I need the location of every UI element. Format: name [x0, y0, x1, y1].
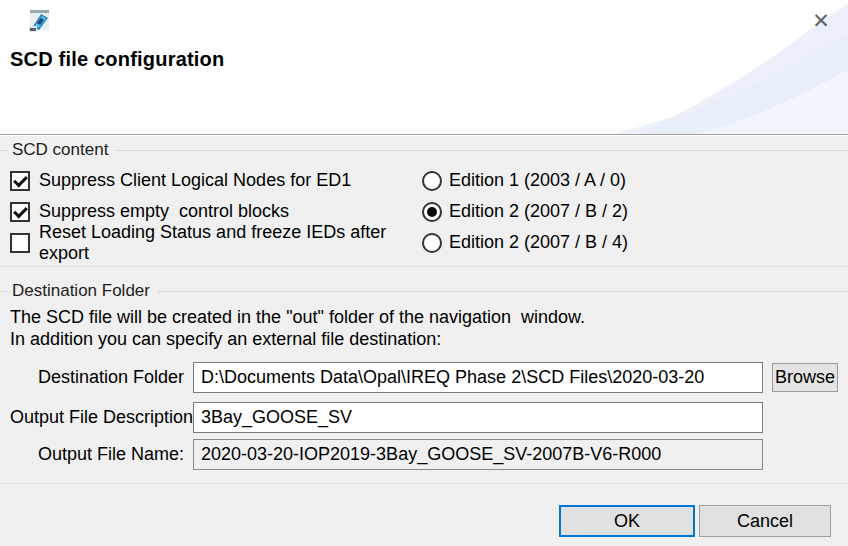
output-file-description-row: Output File Description [10, 402, 838, 433]
output-file-description-label: Output File Description [10, 407, 184, 428]
dialog-content: SCD content Suppress Client Logical Node… [0, 135, 848, 537]
dialog-footer: OK Cancel [10, 484, 838, 537]
radio-edition-1-2003-a-0[interactable]: Edition 1 (2003 / A / 0) [422, 165, 838, 196]
checkbox-label: Suppress Client Logical Nodes for ED1 [39, 170, 351, 191]
checkbox-icon[interactable] [10, 233, 30, 253]
destination-info: The SCD file will be created in the "out… [10, 301, 838, 362]
output-file-name-field [193, 439, 763, 470]
output-file-name-row: Output File Name: [10, 439, 838, 470]
radio-label: Edition 1 (2003 / A / 0) [449, 170, 626, 191]
scd-content-group-title: SCD content [10, 140, 838, 160]
checkbox-reset-loading-status[interactable]: Reset Loading Status and freeze IEDs aft… [10, 227, 422, 258]
output-file-description-input[interactable] [193, 402, 763, 433]
app-icon [29, 10, 50, 33]
destination-folder-row: Destination Folder Browse [10, 362, 838, 393]
ok-button[interactable]: OK [559, 505, 695, 537]
dialog-title: SCD file configuration [10, 48, 224, 71]
checkbox-suppress-client-logical-nodes[interactable]: Suppress Client Logical Nodes for ED1 [10, 165, 422, 196]
dialog-header: ✕ SCD file configuration [0, 0, 848, 135]
info-line-1: The SCD file will be created in the "out… [10, 306, 838, 328]
destination-folder-group-title: Destination Folder [10, 281, 838, 301]
radio-icon[interactable] [422, 171, 442, 191]
browse-button[interactable]: Browse [772, 363, 838, 392]
scd-file-configuration-dialog: ✕ SCD file configuration SCD content Sup… [0, 0, 848, 546]
checkbox-icon[interactable] [10, 171, 30, 191]
radio-icon[interactable] [422, 202, 442, 222]
info-line-2: In addition you can specify an external … [10, 328, 838, 350]
destination-folder-label: Destination Folder [10, 367, 184, 388]
radio-label: Edition 2 (2007 / B / 4) [449, 232, 628, 253]
cancel-button[interactable]: Cancel [699, 505, 831, 537]
checkbox-label: Suppress empty control blocks [39, 201, 289, 222]
radio-label: Edition 2 (2007 / B / 2) [449, 201, 628, 222]
group-label: SCD content [12, 140, 108, 160]
radio-icon[interactable] [422, 233, 442, 253]
checkbox-label: Reset Loading Status and freeze IEDs aft… [39, 222, 422, 264]
radio-edition-2-2007-b-2[interactable]: Edition 2 (2007 / B / 2) [422, 196, 838, 227]
output-file-name-label: Output File Name: [10, 444, 184, 465]
edition-radio-group: Edition 1 (2003 / A / 0) Edition 2 (2007… [422, 165, 838, 258]
checkbox-icon[interactable] [10, 202, 30, 222]
scd-content-group: SCD content Suppress Client Logical Node… [10, 135, 838, 267]
close-button[interactable]: ✕ [806, 6, 836, 36]
destination-folder-group: Destination Folder The SCD file will be … [10, 267, 838, 470]
checkbox-column: Suppress Client Logical Nodes for ED1 Su… [10, 165, 422, 258]
group-label: Destination Folder [12, 281, 150, 301]
close-icon: ✕ [812, 9, 830, 33]
destination-folder-input[interactable] [193, 362, 763, 393]
scd-content-group-body: Suppress Client Logical Nodes for ED1 Su… [0, 160, 848, 267]
radio-edition-2-2007-b-4[interactable]: Edition 2 (2007 / B / 4) [422, 227, 838, 258]
